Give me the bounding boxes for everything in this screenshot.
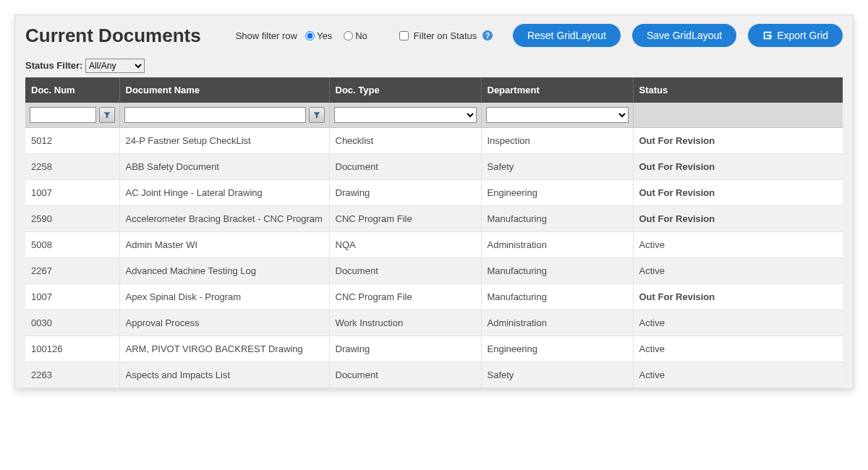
cell-num: 2590 (25, 206, 119, 232)
cell-name: ABB Safety Document (119, 154, 329, 180)
filter-cell-status (633, 103, 843, 128)
cell-num: 100126 (25, 336, 119, 362)
cell-dept: Engineering (481, 336, 633, 362)
cell-dept: Manufacturing (481, 206, 633, 232)
cell-status: Out For Revision (633, 154, 843, 180)
cell-dept: Safety (481, 362, 633, 388)
col-header-name[interactable]: Document Name (119, 77, 329, 103)
filter-on-status-checkbox[interactable] (399, 31, 409, 40)
cell-type: CNC Program File (329, 206, 481, 232)
show-filter-yes[interactable]: Yes (305, 30, 332, 41)
cell-name: Aspects and Impacts List (119, 362, 329, 388)
show-filter-no[interactable]: No (344, 30, 367, 41)
status-filter-row: Status Filter: All/Any (25, 59, 843, 73)
cell-type: CNC Program File (329, 284, 481, 310)
table-row[interactable]: 2267Advanced Machine Testing LogDocument… (25, 258, 843, 284)
grid-filter-row (25, 103, 843, 128)
cell-num: 1007 (25, 180, 119, 206)
toolbar: Current Documents Show filter row Yes No… (25, 24, 843, 47)
cell-name: AC Joint Hinge - Lateral Drawing (119, 180, 329, 206)
cell-status: Active (633, 258, 843, 284)
cell-name: ARM, PIVOT VIRGO BACKREST Drawing (119, 336, 329, 362)
cell-name: Admin Master WI (119, 232, 329, 258)
cell-num: 0030 (25, 310, 119, 336)
cell-status: Out For Revision (633, 206, 843, 232)
no-label: No (355, 30, 367, 41)
filter-button-num[interactable] (99, 107, 115, 123)
cell-name: Accelerometer Bracing Bracket - CNC Prog… (119, 206, 329, 232)
cell-type: Work Instruction (329, 310, 481, 336)
cell-name: Approval Process (119, 310, 329, 336)
cell-dept: Manufacturing (481, 258, 633, 284)
cell-type: Checklist (329, 128, 481, 154)
cell-type: NQA (329, 232, 481, 258)
cell-num: 2263 (25, 362, 119, 388)
table-row[interactable]: 5008Admin Master WINQAAdministrationActi… (25, 232, 843, 258)
table-row[interactable]: 2263Aspects and Impacts ListDocumentSafe… (25, 362, 843, 388)
filter-input-num[interactable] (30, 107, 96, 123)
export-icon (762, 30, 773, 40)
page-title: Current Documents (25, 25, 201, 47)
cell-status: Active (633, 362, 843, 388)
cell-dept: Manufacturing (481, 284, 633, 310)
grid-header-row: Doc. Num Document Name Doc. Type Departm… (25, 77, 843, 103)
cell-dept: Administration (481, 232, 633, 258)
cell-status: Active (633, 232, 843, 258)
cell-dept: Inspection (481, 128, 633, 154)
cell-status: Active (633, 336, 843, 362)
table-row[interactable]: 100126ARM, PIVOT VIRGO BACKREST DrawingD… (25, 336, 843, 362)
cell-name: 24-P Fastner Setup CheckList (119, 128, 329, 154)
filter-button-name[interactable] (309, 107, 325, 123)
help-icon[interactable]: ? (482, 30, 493, 40)
cell-type: Document (329, 154, 481, 180)
show-filter-row-label: Show filter row (236, 30, 297, 41)
cell-type: Drawing (329, 180, 481, 206)
cell-num: 5012 (25, 128, 119, 154)
col-header-dept[interactable]: Department (481, 77, 633, 103)
funnel-icon (103, 111, 111, 119)
cell-status: Out For Revision (633, 128, 843, 154)
table-row[interactable]: 2590Accelerometer Bracing Bracket - CNC … (25, 206, 843, 232)
filter-select-type[interactable] (334, 107, 477, 123)
cell-type: Document (329, 258, 481, 284)
cell-dept: Safety (481, 154, 633, 180)
table-row[interactable]: 501224-P Fastner Setup CheckListChecklis… (25, 128, 843, 154)
table-row[interactable]: 0030Approval ProcessWork InstructionAdmi… (25, 310, 843, 336)
cell-dept: Administration (481, 310, 633, 336)
save-gridlayout-button[interactable]: Save GridLayout (632, 24, 736, 47)
cell-type: Drawing (329, 336, 481, 362)
filter-input-name[interactable] (124, 107, 306, 123)
export-grid-button[interactable]: Export Grid (748, 24, 843, 47)
filter-on-status-label: Filter on Status (414, 30, 477, 41)
status-filter-select[interactable]: All/Any (85, 59, 145, 73)
cell-status: Out For Revision (633, 180, 843, 206)
table-row[interactable]: 2258ABB Safety DocumentDocumentSafetyOut… (25, 154, 843, 180)
col-header-num[interactable]: Doc. Num (25, 77, 119, 103)
filter-on-status[interactable]: Filter on Status ? (396, 29, 493, 43)
cell-num: 1007 (25, 284, 119, 310)
cell-num: 2258 (25, 154, 119, 180)
cell-num: 5008 (25, 232, 119, 258)
cell-num: 2267 (25, 258, 119, 284)
cell-type: Document (329, 362, 481, 388)
col-header-status[interactable]: Status (633, 77, 843, 103)
table-row[interactable]: 1007Apex Spinal Disk - ProgramCNC Progra… (25, 284, 843, 310)
filter-select-dept[interactable] (486, 107, 629, 123)
reset-gridlayout-button[interactable]: Reset GridLayout (513, 24, 621, 47)
table-row[interactable]: 1007AC Joint Hinge - Lateral DrawingDraw… (25, 180, 843, 206)
show-filter-no-radio[interactable] (344, 31, 353, 40)
cell-dept: Engineering (481, 180, 633, 206)
yes-label: Yes (317, 30, 332, 41)
documents-panel: Current Documents Show filter row Yes No… (14, 14, 854, 389)
show-filter-yes-radio[interactable] (305, 31, 315, 40)
funnel-icon (313, 111, 320, 119)
status-filter-label: Status Filter: (25, 60, 82, 71)
cell-status: Active (633, 310, 843, 336)
col-header-type[interactable]: Doc. Type (329, 77, 481, 103)
cell-status: Out For Revision (633, 284, 843, 310)
cell-name: Apex Spinal Disk - Program (119, 284, 329, 310)
cell-name: Advanced Machine Testing Log (119, 258, 329, 284)
documents-grid: Doc. Num Document Name Doc. Type Departm… (25, 77, 843, 388)
